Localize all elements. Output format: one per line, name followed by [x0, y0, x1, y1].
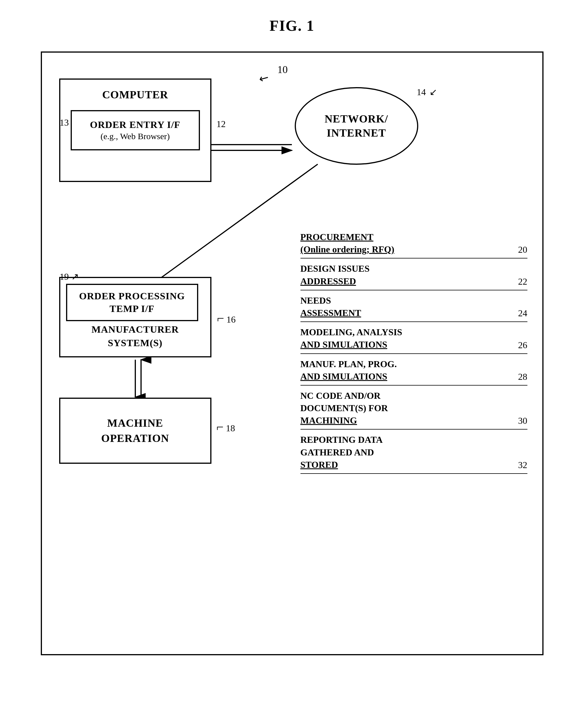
network-label-1: NETWORK/ [325, 112, 388, 126]
label-nc-line2: DOCUMENT(S) FOR [301, 402, 527, 414]
machine-operation-box: MACHINE OPERATION [59, 398, 212, 464]
label-design-line2: ADDRESSED [301, 275, 527, 288]
figure-title: FIG. 1 [270, 17, 314, 34]
network-ellipse: NETWORK/ INTERNET [295, 87, 418, 165]
svg-line-6 [151, 164, 318, 285]
label-design: DESIGN ISSUES ADDRESSED 22 [301, 262, 527, 290]
label-modeling-line2: AND SIMULATIONS [301, 338, 527, 351]
label-rep-line2: GATHERED AND [301, 446, 527, 459]
label-needs: NEEDS ASSESSMENT 24 [301, 294, 527, 322]
ref-26: 26 [518, 340, 527, 350]
diagram-container: 10 ↙ 14 ↙ COMPUTER 13 ↗ ORDER ENTRY I/F … [41, 51, 544, 655]
ref-32: 32 [518, 460, 527, 470]
ref-30: 30 [518, 415, 527, 426]
ref-24: 24 [518, 308, 527, 318]
label-nc-line3: MACHINING [301, 414, 527, 427]
label-procurement: PROCUREMENT (Online ordering; RFQ) 20 [301, 231, 527, 258]
computer-label: COMPUTER [60, 88, 210, 101]
ref-16-label: ⌐ 16 [217, 314, 236, 325]
label-needs-line1: NEEDS [301, 294, 527, 307]
ref-10-arrow: ↙ [256, 70, 272, 86]
label-manuf-line2: AND SIMULATIONS [301, 370, 527, 383]
order-proc-label-2: TEMP I/F [109, 303, 154, 315]
label-procurement-line1: PROCUREMENT [301, 231, 527, 243]
manufacturer-label: MANUFACTURER SYSTEM(S) [60, 322, 210, 350]
label-rep-line1: REPORTING DATA [301, 434, 527, 446]
label-modeling-line1: MODELING, ANALYSIS [301, 326, 527, 338]
ref-19-label: 19 ↗ [60, 271, 79, 282]
ref-12-label: 12 [217, 119, 226, 129]
label-manuf-plan: MANUF. PLAN, PROG. AND SIMULATIONS 28 [301, 358, 527, 386]
ref-14-label: 14 ↙ [417, 86, 437, 98]
label-manuf-line1: MANUF. PLAN, PROG. [301, 358, 527, 370]
manufacturer-system-box: ORDER PROCESSING TEMP I/F MANUFACTURER S… [59, 277, 212, 357]
label-needs-line2: ASSESSMENT [301, 307, 527, 319]
order-entry-label: ORDER ENTRY I/F [90, 119, 180, 130]
machine-label-2: OPERATION [101, 431, 169, 446]
machine-label-1: MACHINE [107, 415, 163, 431]
order-entry-box: ORDER ENTRY I/F (e.g., Web Browser) [71, 110, 200, 150]
network-label-2: INTERNET [327, 126, 386, 140]
ref-18-label: ⌐ 18 [217, 423, 235, 434]
label-reporting: REPORTING DATA GATHERED AND STORED 32 [301, 434, 527, 474]
label-procurement-line2: (Online ordering; RFQ) [301, 243, 527, 256]
label-nc-line1: NC CODE AND/OR [301, 390, 527, 402]
ref-22: 22 [518, 276, 527, 287]
ref-10-label: 10 [278, 63, 288, 76]
order-processing-box: ORDER PROCESSING TEMP I/F [66, 284, 198, 321]
ref-28: 28 [518, 371, 527, 382]
label-modeling: MODELING, ANALYSIS AND SIMULATIONS 26 [301, 326, 527, 354]
label-rep-line3: STORED [301, 459, 527, 471]
order-entry-sublabel: (e.g., Web Browser) [101, 131, 170, 141]
right-labels-container: PROCUREMENT (Online ordering; RFQ) 20 DE… [301, 231, 527, 478]
ref-20: 20 [518, 244, 527, 255]
label-design-line1: DESIGN ISSUES [301, 262, 527, 275]
label-nc-code: NC CODE AND/OR DOCUMENT(S) FOR MACHINING… [301, 390, 527, 430]
order-proc-label-1: ORDER PROCESSING [79, 290, 185, 303]
